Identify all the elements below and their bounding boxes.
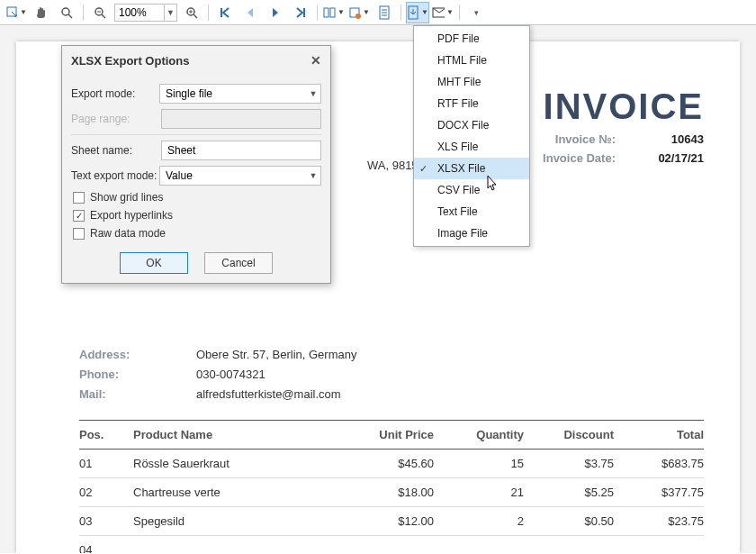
table-row: 04 — [79, 536, 704, 553]
cancel-button[interactable]: Cancel — [204, 252, 273, 274]
show-gridlines-label: Show grid lines — [90, 191, 163, 204]
cell-unit: $18.00 — [344, 486, 434, 499]
checkbox-icon — [73, 192, 85, 204]
export-menu-item[interactable]: Text File — [414, 201, 529, 223]
export-hyperlinks-checkbox[interactable]: ✓ Export hyperlinks — [73, 209, 321, 222]
export-mode-combo[interactable]: ▼ — [159, 84, 321, 104]
raw-data-label: Raw data mode — [90, 227, 166, 240]
cell-qty: 15 — [434, 457, 524, 470]
svg-line-5 — [102, 14, 105, 18]
zoom-combo[interactable]: ▼ — [114, 4, 177, 22]
chevron-down-icon: ▼ — [306, 171, 320, 180]
dialog-close-button[interactable]: ✕ — [310, 53, 321, 68]
cell-qty: 2 — [434, 514, 524, 528]
export-mode-value[interactable] — [160, 86, 306, 102]
col-tot: Total — [614, 428, 704, 441]
svg-rect-12 — [324, 8, 328, 17]
first-page-button[interactable] — [213, 2, 237, 23]
checkbox-icon — [73, 228, 85, 240]
export-menu-item[interactable]: ✓XLSX File — [414, 158, 529, 179]
page-range-value — [162, 111, 320, 127]
invoice-date-label: Invoice Date: — [543, 151, 616, 165]
page-range-combo — [161, 109, 321, 129]
show-gridlines-checkbox[interactable]: Show grid lines — [73, 191, 321, 204]
zoom-caret-icon[interactable]: ▼ — [164, 5, 176, 21]
xlsx-export-options-dialog: XLSX Export Options ✕ Export mode: ▼ Pag… — [61, 45, 331, 284]
table-row: 01Rössle Sauerkraut$45.6015$3.75$683.75 — [79, 450, 704, 478]
text-export-mode-label: Text export mode: — [71, 169, 159, 182]
export-menu-item-label: CSV File — [437, 184, 480, 196]
svg-point-15 — [356, 14, 361, 19]
mail-value: alfredsfutterkiste@mail.com — [196, 387, 341, 401]
background-color-button[interactable]: ▼ — [347, 2, 371, 23]
export-menu-item-label: XLSX File — [437, 162, 485, 175]
hand-tool-button[interactable] — [30, 2, 53, 23]
svg-point-1 — [62, 8, 69, 15]
prev-page-button[interactable] — [238, 2, 262, 23]
cell-pos: 04 — [79, 543, 133, 553]
export-menu-item-label: DOCX File — [437, 119, 489, 132]
overflow-button[interactable]: ▾ — [464, 2, 488, 23]
export-menu-item-label: PDF File — [437, 32, 480, 45]
export-menu-item-label: HTML File — [437, 54, 487, 67]
invoice-number-label: Invoice №: — [555, 132, 616, 146]
cell-qty: 21 — [434, 486, 524, 499]
cell-disc: $5.25 — [524, 486, 614, 499]
zoom-out-button[interactable] — [88, 2, 112, 23]
cell-unit: $45.60 — [344, 457, 434, 470]
export-menu-item[interactable]: PDF File — [414, 28, 529, 50]
export-menu-item[interactable]: DOCX File — [414, 114, 529, 136]
export-menu-item[interactable]: CSV File — [414, 179, 529, 201]
cell-name: Chartreuse verte — [133, 486, 344, 499]
magnifier-tool-button[interactable] — [55, 2, 78, 23]
phone-label: Phone: — [79, 365, 196, 385]
text-export-mode-combo[interactable]: ▼ — [159, 166, 321, 186]
export-menu-item[interactable]: XLS File — [414, 136, 529, 158]
zoom-in-button[interactable] — [180, 2, 203, 23]
cell-tot: $377.75 — [614, 486, 704, 499]
export-document-button[interactable]: ▼ — [406, 2, 429, 23]
text-export-mode-value[interactable] — [160, 168, 306, 184]
export-format-menu: PDF FileHTML FileMHT FileRTF FileDOCX Fi… — [413, 25, 530, 247]
cell-pos: 02 — [79, 486, 133, 499]
cell-unit: $12.00 — [344, 514, 434, 528]
export-menu-item-label: Text File — [437, 205, 478, 218]
next-page-button[interactable] — [264, 2, 287, 23]
export-menu-item[interactable]: HTML File — [414, 50, 529, 71]
toolbar: ▼ ▼ ▼ ▼ ▼ ▼ ▾ — [0, 0, 756, 25]
last-page-button[interactable] — [289, 2, 312, 23]
page-range-label: Page range: — [71, 113, 161, 125]
address-label: Address: — [79, 345, 196, 365]
watermark-button[interactable] — [373, 2, 396, 23]
export-menu-item-label: RTF File — [437, 97, 479, 110]
cell-tot — [614, 543, 704, 553]
zoom-input[interactable] — [115, 5, 164, 21]
cell-pos: 03 — [79, 514, 133, 528]
col-name: Product Name — [133, 428, 344, 441]
export-menu-item[interactable]: Image File — [414, 223, 529, 244]
multipage-view-button[interactable]: ▼ — [322, 2, 346, 23]
table-row: 02Chartreuse verte$18.0021$5.25$377.75 — [79, 478, 704, 507]
col-qty: Quantity — [434, 428, 524, 441]
send-email-button[interactable]: ▼ — [431, 2, 454, 23]
export-menu-item[interactable]: MHT File — [414, 71, 529, 93]
pointer-tool-button[interactable]: ▼ — [4, 2, 28, 23]
export-menu-item[interactable]: RTF File — [414, 93, 529, 114]
cell-name: Rössle Sauerkraut — [133, 457, 344, 470]
sheet-name-input[interactable] — [161, 141, 321, 160]
svg-line-9 — [194, 14, 197, 18]
contact-block: Address:Obere Str. 57, Berlin, Germany P… — [79, 345, 356, 404]
svg-line-2 — [68, 14, 72, 18]
cell-name: Spegesild — [133, 514, 344, 528]
export-menu-item-label: XLS File — [437, 141, 478, 153]
cursor-icon — [487, 175, 501, 193]
raw-data-checkbox[interactable]: Raw data mode — [73, 227, 321, 240]
invoice-header: INVOICE Invoice №: 10643 Invoice Date: 0… — [543, 86, 704, 165]
table-header: Pos. Product Name Unit Price Quantity Di… — [79, 420, 704, 450]
line-items-table: Pos. Product Name Unit Price Quantity Di… — [79, 420, 704, 553]
address-value: Obere Str. 57, Berlin, Germany — [196, 348, 356, 361]
table-row: 03Spegesild$12.002$0.50$23.75 — [79, 507, 704, 536]
invoice-date-value: 02/17/21 — [641, 151, 704, 165]
check-icon: ✓ — [419, 163, 428, 175]
ok-button[interactable]: OK — [120, 252, 188, 274]
